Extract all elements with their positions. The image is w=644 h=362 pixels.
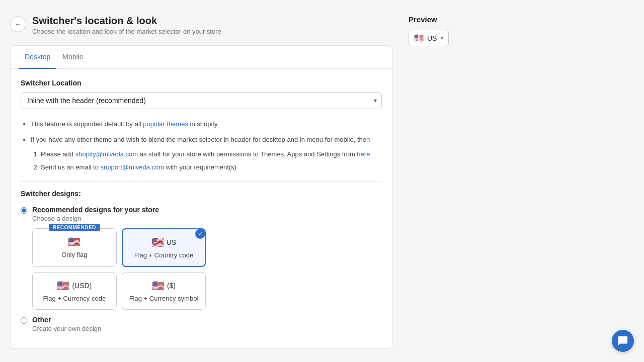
country-code-text: US [167, 238, 176, 246]
other-radio-content: Other Create your own design [32, 316, 101, 332]
info-item-1: This feature is supported default by all… [31, 119, 382, 130]
info-list: This feature is supported default by all… [21, 119, 382, 173]
flag-currency-code-row: 🇺🇸 (USD) [57, 280, 92, 292]
preview-chevron-icon: ▾ [441, 35, 443, 41]
popular-themes-link[interactable]: popular themes [143, 120, 188, 128]
flag-icon-country: 🇺🇸 [151, 236, 164, 248]
recommended-radio-content: Recommended designs for your store Choos… [32, 206, 206, 310]
other-radio-label: Other [32, 316, 101, 324]
flag-icon-currency-symbol: 🇺🇸 [152, 280, 165, 292]
switcher-location-label: Switcher Location [21, 79, 382, 87]
location-select[interactable]: Inline with the header (recommended) [21, 92, 382, 109]
divider [21, 181, 382, 182]
page-title: Switcher's location & look [32, 15, 221, 27]
preview-code: US [427, 34, 437, 42]
support-email-link[interactable]: support@mlveda.com [101, 163, 165, 171]
recommended-radio-row: Recommended designs for your store Choos… [21, 206, 382, 310]
tabs-bar: Desktop Mobile [11, 46, 392, 69]
design-label-flag-currency-code: Flag + Currency code [43, 295, 106, 302]
currency-symbol-text: ($) [167, 282, 176, 290]
info-item-2: If you have any other theme and wish to … [31, 135, 382, 173]
card-body: Switcher Location Inline with the header… [11, 69, 392, 348]
back-button[interactable]: ← [10, 16, 26, 32]
step-2: Send us an email to support@mlveda.com w… [41, 162, 382, 173]
flag-currency-symbol-row: 🇺🇸 ($) [152, 280, 176, 292]
recommended-radio[interactable] [21, 207, 27, 214]
switcher-location-section: Switcher Location Inline with the header… [21, 79, 382, 109]
recommended-radio-label: Recommended designs for your store [32, 206, 206, 214]
page-subtitle: Choose the location and look of the mark… [32, 28, 221, 35]
flag-icon-only: 🇺🇸 [68, 236, 80, 248]
other-radio-row: Other Create your own design [21, 316, 382, 332]
flag-icon-currency-code: 🇺🇸 [57, 280, 69, 292]
selected-check-icon: ✓ [195, 229, 205, 239]
designs-grid: RECOMMENDED 🇺🇸 Only flag ✓ 🇺🇸 US [32, 228, 206, 310]
other-radio-sub: Create your own design [32, 325, 101, 332]
preview-title: Preview [409, 15, 509, 24]
radio-section: Recommended designs for your store Choos… [21, 206, 382, 332]
design-card-only-flag[interactable]: RECOMMENDED 🇺🇸 Only flag [32, 228, 117, 267]
preview-flag: 🇺🇸 [414, 33, 424, 43]
design-card-flag-currency-code[interactable]: 🇺🇸 (USD) Flag + Currency code [32, 272, 117, 310]
here-link[interactable]: here [357, 150, 370, 158]
design-label-flag-currency-symbol: Flag + Currency symbol [129, 295, 199, 302]
tab-desktop[interactable]: Desktop [19, 46, 56, 69]
other-radio[interactable] [21, 317, 27, 324]
tab-mobile[interactable]: Mobile [56, 46, 89, 69]
chat-button[interactable] [612, 330, 634, 352]
recommended-badge: RECOMMENDED [49, 224, 100, 231]
chat-icon [617, 335, 628, 346]
location-select-wrapper: Inline with the header (recommended) ▾ [21, 92, 382, 109]
switcher-designs-label: Switcher designs: [21, 190, 382, 198]
shopify-email-link[interactable]: shopify@mlveda.com [75, 150, 138, 158]
preview-panel: Preview 🇺🇸 US ▾ [409, 15, 509, 352]
design-label-flag-country: Flag + Country code [134, 251, 193, 259]
ordered-list: Please add shopify@mlveda.com as staff f… [39, 149, 382, 173]
step-1: Please add shopify@mlveda.com as staff f… [41, 149, 382, 160]
design-card-flag-country[interactable]: ✓ 🇺🇸 US Flag + Country code [122, 228, 206, 267]
preview-switcher[interactable]: 🇺🇸 US ▾ [409, 30, 449, 46]
currency-code-text: (USD) [72, 282, 92, 290]
design-label-only-flag: Only flag [61, 251, 87, 258]
flag-country-row: 🇺🇸 US [151, 236, 176, 248]
recommended-radio-sub: Choose a design [32, 215, 206, 222]
main-card: Desktop Mobile Switcher Location Inline … [10, 45, 392, 349]
design-card-flag-currency-symbol[interactable]: 🇺🇸 ($) Flag + Currency symbol [122, 272, 206, 310]
